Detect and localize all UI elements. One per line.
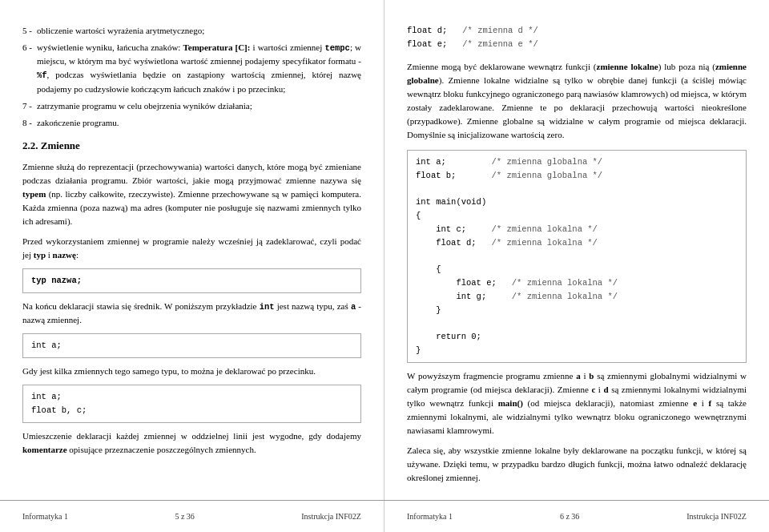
right-para2: W powyższym fragmencie programu zmienne … — [407, 369, 747, 437]
item5-text: obliczenie wartości wyrażenia arytmetycz… — [37, 26, 204, 35]
list-item-6: 6 - wyświetlenie wyniku, łańcucha znaków… — [22, 41, 361, 96]
code-block-3: int a; float b, c; — [22, 385, 361, 423]
section-heading: 2.2. Zmienne — [22, 138, 361, 154]
list-item-8: 8 - zakończenie programu. — [22, 116, 361, 130]
footer-left-page: 5 z 36 — [175, 512, 194, 521]
para4-multi: Gdy jest kilka zmiennych tego samego typ… — [22, 365, 361, 378]
footer-right: Informatyka 1 6 z 36 Instrukcja INF02Z — [384, 501, 769, 532]
bold-text: Temperatura [C]: — [183, 42, 250, 52]
code-top: float d; /* zmienna d */ float e; /* zmi… — [407, 24, 747, 52]
right-para3: Zaleca się, aby wszystkie zmienne lokaln… — [407, 444, 747, 485]
list-item-7: 7 - zatrzymanie programu w celu obejrzen… — [22, 99, 361, 113]
footer: Informatyka 1 5 z 36 Instrukcja INF02Z I… — [0, 500, 769, 532]
footer-right-subject: Informatyka 1 — [407, 512, 453, 521]
left-page: 5 - obliczenie wartości wyrażenia arytme… — [0, 0, 384, 500]
right-para1: Zmienne mogą być deklarowane wewnątrz fu… — [407, 60, 747, 142]
footer-right-doc: Instrukcja INF02Z — [686, 512, 747, 521]
para3-int: Na końcu deklaracji stawia się średnik. … — [22, 300, 361, 327]
code-block-2: int a; — [22, 333, 361, 358]
footer-right-page: 6 z 36 — [560, 512, 579, 521]
para2-decl: Przed wykorzystaniem zmiennej w programi… — [22, 235, 361, 262]
footer-left-doc: Instrukcja INF02Z — [301, 512, 361, 521]
section-intro: Zmienne służą do reprezentacji (przechow… — [22, 160, 361, 228]
footer-left: Informatyka 1 5 z 36 Instrukcja INF02Z — [0, 501, 384, 532]
para5-comment: Umieszczenie deklaracji każdej zmiennej … — [22, 429, 361, 457]
footer-left-subject: Informatyka 1 — [22, 512, 68, 521]
code-main: int a; /* zmienna globalna */ float b; /… — [407, 150, 747, 363]
code-block-1: typ nazwa; — [22, 268, 361, 293]
right-page: float d; /* zmienna d */ float e; /* zmi… — [384, 0, 769, 500]
list-item-5: 5 - obliczenie wartości wyrażenia arytme… — [22, 24, 361, 38]
